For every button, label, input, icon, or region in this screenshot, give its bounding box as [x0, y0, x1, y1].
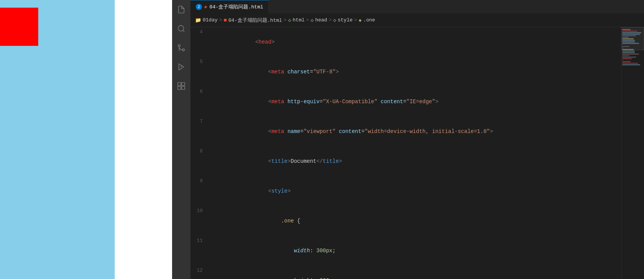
folder-icon: 📁: [195, 17, 201, 23]
preview-inner-box: [0, 8, 38, 46]
code-line: 7 <meta name="viewport" content="width=d…: [190, 117, 621, 146]
tab-filename: 04-盒子塌陷问题.html: [210, 3, 263, 10]
editor-with-minimap: 4 <head> 5 <meta charset="UTF-8"> 6 <met…: [190, 27, 644, 279]
code-line: 5 <meta charset="UTF-8">: [190, 57, 621, 87]
extensions-icon[interactable]: [175, 79, 188, 92]
code-line: 10 .one {: [190, 206, 621, 236]
line-content: <meta charset="UTF-8">: [209, 57, 621, 87]
breadcrumb-sep-3: >: [306, 17, 309, 23]
source-control-icon[interactable]: [175, 41, 188, 54]
svg-rect-6: [182, 83, 185, 86]
line-number: 4: [190, 27, 209, 37]
code-line: 9 <style>: [190, 176, 621, 206]
line-content: <style>: [209, 176, 621, 206]
minimap[interactable]: [621, 27, 644, 279]
code-line: 6 <meta http-equiv="X-UA-Compatible" con…: [190, 87, 621, 117]
line-number: 10: [190, 206, 209, 216]
svg-rect-8: [182, 86, 185, 89]
line-number: 12: [190, 266, 209, 276]
line-number: 7: [190, 117, 209, 127]
line-number: 8: [190, 146, 209, 156]
breadcrumb-html[interactable]: ◇ html: [288, 17, 304, 23]
breadcrumb-tag-icon-2: ◇: [311, 17, 314, 23]
line-number: 5: [190, 57, 209, 67]
breadcrumb-html5-icon: ■: [224, 17, 227, 23]
breadcrumb-tag-icon-3: ◇: [333, 17, 336, 23]
line-content: .one {: [209, 206, 621, 236]
debug-icon[interactable]: [175, 60, 188, 73]
code-editor[interactable]: 4 <head> 5 <meta charset="UTF-8"> 6 <met…: [190, 27, 621, 279]
svg-point-3: [178, 45, 181, 47]
line-content: <head>: [209, 27, 621, 57]
tab-badge: 2: [196, 4, 202, 10]
minimap-content: [621, 27, 644, 67]
breadcrumb-sep-1: >: [219, 17, 222, 23]
preview-pane: [0, 0, 172, 279]
breadcrumb: 📁 01day > ■ 04-盒子塌陷问题.html > ◇ html > ◇ …: [190, 13, 644, 27]
line-content: <title>Document</title>: [209, 146, 621, 176]
active-tab[interactable]: 2 ✺ 04-盒子塌陷问题.html: [190, 0, 269, 13]
breadcrumb-tag-icon-1: ◇: [288, 17, 291, 23]
breadcrumb-01day[interactable]: 📁 01day: [195, 17, 218, 23]
preview-outer-box: [0, 0, 115, 279]
search-icon[interactable]: [175, 22, 188, 35]
files-icon[interactable]: [175, 3, 188, 16]
code-line: 4 <head>: [190, 27, 621, 57]
breadcrumb-sep-2: >: [284, 17, 287, 23]
tab-bar: 2 ✺ 04-盒子塌陷问题.html: [190, 0, 644, 13]
line-number: 9: [190, 176, 209, 186]
code-line: 8 <title>Document</title>: [190, 146, 621, 176]
breadcrumb-file[interactable]: ■ 04-盒子塌陷问题.html: [224, 17, 282, 24]
breadcrumb-selector-icon: ◈: [359, 17, 362, 23]
line-content: height: 300px;: [209, 266, 621, 279]
line-content: <meta name="viewport" content="width=dev…: [209, 117, 621, 146]
code-line: 11 width: 300px;: [190, 236, 621, 266]
breadcrumb-sep-4: >: [329, 17, 332, 23]
code-line: 12 height: 300px;: [190, 266, 621, 279]
line-number: 6: [190, 87, 209, 97]
line-number: 11: [190, 236, 209, 246]
editor-area: 2 ✺ 04-盒子塌陷问题.html 📁 01day > ■ 04-盒子塌陷问题…: [190, 0, 644, 279]
svg-rect-5: [178, 83, 181, 86]
line-content: <meta http-equiv="X-UA-Compatible" conte…: [209, 87, 621, 117]
tab-html-icon: ✺: [204, 4, 207, 10]
breadcrumb-selector[interactable]: ◈ .one: [359, 17, 375, 23]
svg-point-0: [178, 26, 184, 31]
line-content: width: 300px;: [209, 236, 621, 266]
svg-line-1: [183, 30, 184, 32]
svg-point-2: [182, 49, 185, 51]
breadcrumb-head[interactable]: ◇ head: [311, 17, 327, 23]
breadcrumb-sep-5: >: [354, 17, 357, 23]
activity-bar: [172, 0, 190, 279]
svg-rect-7: [178, 86, 181, 89]
breadcrumb-style[interactable]: ◇ style: [333, 17, 353, 23]
